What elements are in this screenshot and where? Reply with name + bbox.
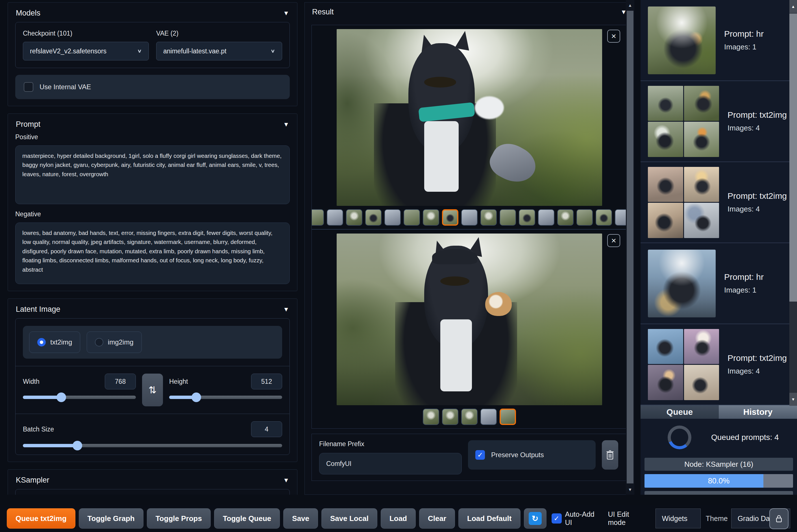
mode-img2img-option[interactable]: img2img	[87, 331, 142, 353]
positive-prompt-input[interactable]: masterpiece, hyper detailed background, …	[15, 146, 290, 204]
swap-dimensions-button[interactable]: ⇅	[142, 374, 163, 406]
history-scrollbar[interactable]: ▲ ▼	[790, 0, 797, 406]
gallery-thumbnail[interactable]	[557, 209, 574, 226]
checkpoint-select[interactable]: refslaveV2_v2.safetensors ∨	[23, 42, 149, 60]
result-image-1[interactable]	[337, 29, 602, 206]
slider-fill	[23, 396, 61, 399]
width-slider[interactable]	[23, 396, 136, 399]
gallery-thumbnail[interactable]	[346, 209, 362, 226]
result-accordion-header[interactable]: Result ▼	[311, 6, 627, 21]
preserve-outputs-checkbox[interactable]: ✓	[475, 450, 485, 460]
collapse-icon[interactable]: ▼	[283, 477, 289, 484]
scroll-down-icon[interactable]: ▼	[626, 487, 634, 492]
gallery-thumbnail[interactable]	[312, 209, 324, 226]
slider-handle[interactable]	[191, 393, 201, 402]
scroll-down-icon[interactable]: ▼	[790, 393, 797, 406]
gallery-thumbnail[interactable]	[615, 209, 627, 226]
use-internal-vae-row[interactable]: Use Internal VAE	[15, 75, 290, 99]
ksampler-accordion-header[interactable]: KSampler ▼	[15, 474, 290, 489]
batch-size-label: Batch Size	[23, 425, 54, 433]
scroll-up-icon[interactable]: ▲	[790, 0, 797, 13]
history-item[interactable]: Prompt: hr Images: 1	[641, 243, 797, 324]
gallery-thumbnail[interactable]	[538, 209, 554, 226]
main-scrollbar[interactable]: ▲ ▼	[626, 0, 634, 495]
gallery-thumbnail[interactable]	[423, 209, 439, 226]
batch-size-value-input[interactable]: 4	[251, 421, 282, 437]
toggle-queue-button[interactable]: Toggle Queue	[214, 508, 280, 529]
load-default-button[interactable]: Load Default	[458, 508, 520, 529]
batch-size-slider[interactable]	[23, 444, 282, 447]
mode-txt2img-option[interactable]: txt2img	[29, 331, 80, 353]
slider-handle[interactable]	[56, 393, 66, 402]
auto-add-ui-checkbox[interactable]: ✓	[552, 513, 562, 524]
radio-unselected-icon[interactable]	[95, 338, 103, 346]
lock-button[interactable]	[769, 508, 789, 529]
height-value-input[interactable]: 512	[251, 374, 282, 390]
save-button[interactable]: Save	[283, 508, 318, 529]
history-thumbnail	[684, 365, 719, 400]
gallery-thumbnail[interactable]	[365, 209, 382, 226]
history-thumbnail-grid[interactable]	[648, 329, 719, 400]
preserve-outputs-row[interactable]: ✓ Preserve Outputs	[468, 440, 596, 470]
gallery-thumbnail[interactable]	[519, 209, 535, 226]
close-image-2-button[interactable]: ×	[607, 234, 620, 247]
collapse-icon[interactable]: ▼	[283, 10, 289, 17]
gallery-thumbnail[interactable]	[461, 408, 478, 425]
close-image-1-button[interactable]: ×	[607, 30, 620, 43]
history-item[interactable]: Prompt: txt2img Images: 4	[641, 162, 797, 243]
gallery-thumbnail[interactable]	[596, 209, 612, 226]
gallery-thumbnail[interactable]	[576, 209, 593, 226]
collapse-icon[interactable]: ▼	[283, 121, 289, 128]
history-thumbnail-grid[interactable]	[648, 167, 719, 238]
height-slider[interactable]	[169, 396, 282, 399]
filename-prefix-input[interactable]	[319, 453, 462, 474]
gallery-thumbnail[interactable]	[423, 408, 439, 425]
radio-selected-icon[interactable]	[37, 338, 46, 346]
refresh-button[interactable]: ↻	[524, 508, 547, 529]
result-image-2[interactable]	[337, 233, 602, 405]
history-thumbnail[interactable]	[648, 250, 716, 317]
negative-prompt-input[interactable]: lowres, bad anatomy, bad hands, text, er…	[15, 223, 290, 284]
gallery-thumbnail[interactable]	[327, 209, 343, 226]
slider-handle[interactable]	[73, 441, 82, 450]
save-local-button[interactable]: Save Local	[321, 508, 377, 529]
history-image-count: Images: 1	[724, 286, 764, 294]
prompt-accordion-header[interactable]: Prompt ▼	[15, 118, 290, 133]
gallery-thumbnail[interactable]	[403, 209, 420, 226]
gallery-thumbnail-selected[interactable]	[442, 209, 458, 226]
queue-txt2img-button[interactable]: Queue txt2img	[7, 508, 75, 529]
models-accordion-header[interactable]: Models ▼	[15, 6, 290, 22]
interrupt-button[interactable]: Interrupt	[645, 491, 793, 495]
tab-history[interactable]: History	[719, 405, 797, 419]
gallery-thumbnail[interactable]	[442, 408, 458, 425]
gallery-thumbnail[interactable]	[499, 209, 516, 226]
history-thumbnail[interactable]	[648, 6, 716, 74]
use-internal-vae-checkbox[interactable]	[24, 82, 33, 92]
delete-outputs-button[interactable]	[602, 440, 618, 470]
latent-accordion-header[interactable]: Latent Image ▼	[15, 303, 290, 318]
scroll-up-icon[interactable]: ▲	[626, 3, 634, 7]
result-column: Result ▼ ×	[304, 2, 634, 495]
history-thumbnail	[648, 365, 683, 400]
clear-button[interactable]: Clear	[419, 508, 455, 529]
widgets-select[interactable]: Widgets	[656, 509, 701, 528]
figure-decoration	[424, 77, 456, 88]
gallery-thumbnail[interactable]	[461, 209, 478, 226]
history-item[interactable]: Prompt: hr Images: 1	[641, 0, 797, 81]
history-item[interactable]: Prompt: txt2img Images: 4	[641, 324, 797, 405]
tab-queue[interactable]: Queue	[641, 405, 719, 419]
toggle-props-button[interactable]: Toggle Props	[147, 508, 211, 529]
scrollbar-thumb[interactable]	[790, 14, 797, 302]
history-thumbnail-grid[interactable]	[648, 86, 719, 157]
gallery-thumbnail[interactable]	[480, 209, 497, 226]
toggle-graph-button[interactable]: Toggle Graph	[79, 508, 144, 529]
vae-select[interactable]: animefull-latest.vae.pt ∨	[156, 42, 282, 60]
gallery-thumbnail[interactable]	[384, 209, 401, 226]
gallery-thumbnail[interactable]	[480, 408, 497, 425]
scrollbar-thumb[interactable]	[627, 11, 633, 483]
collapse-icon[interactable]: ▼	[283, 306, 289, 313]
width-value-input[interactable]: 768	[105, 374, 136, 390]
gallery-thumbnail-selected[interactable]	[499, 408, 516, 425]
load-button[interactable]: Load	[381, 508, 416, 529]
history-item[interactable]: Prompt: txt2img Images: 4	[641, 81, 797, 162]
